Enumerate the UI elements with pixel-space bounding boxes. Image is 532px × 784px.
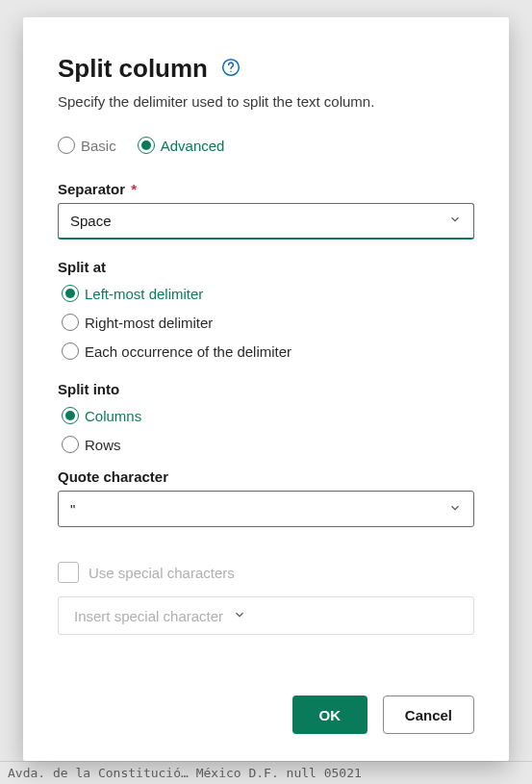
split-into-columns-label: Columns — [85, 408, 141, 424]
split-at-each-radio[interactable]: Each occurrence of the delimiter — [62, 342, 474, 360]
radio-icon — [62, 436, 79, 453]
chevron-down-icon — [448, 501, 462, 518]
svg-point-1 — [230, 70, 232, 72]
radio-icon — [62, 285, 79, 302]
separator-label: Separator * — [58, 181, 474, 197]
mode-basic-label: Basic — [81, 138, 116, 154]
quote-select[interactable]: " — [58, 491, 474, 527]
special-characters-label: Use special characters — [89, 565, 235, 581]
split-into-rows-label: Rows — [85, 437, 121, 453]
split-into-label: Split into — [58, 381, 474, 397]
background-data-row: Avda. de la Constitució… México D.F. nul… — [0, 761, 532, 784]
split-into-columns-radio[interactable]: Columns — [62, 407, 474, 424]
separator-select[interactable]: Space — [58, 203, 474, 240]
split-into-rows-radio[interactable]: Rows — [62, 436, 474, 453]
quote-value: " — [70, 501, 75, 518]
split-at-radio-group: Left-most delimiter Right-most delimiter… — [58, 285, 474, 360]
split-at-right-label: Right-most delimiter — [85, 315, 213, 331]
split-at-left-radio[interactable]: Left-most delimiter — [62, 285, 474, 302]
split-at-label: Split at — [58, 259, 474, 275]
special-characters-checkbox[interactable] — [58, 562, 79, 583]
dialog-button-row: OK Cancel — [58, 695, 474, 734]
chevron-down-icon — [448, 213, 462, 229]
quote-field: Quote character " — [58, 468, 474, 527]
separator-field: Separator * Space — [58, 181, 474, 240]
radio-icon — [62, 342, 79, 360]
separator-value: Space — [70, 213, 112, 229]
ok-button[interactable]: OK — [292, 695, 367, 734]
chevron-down-icon — [233, 608, 246, 624]
help-icon[interactable] — [221, 58, 241, 81]
mode-radio-group: Basic Advanced — [58, 137, 474, 154]
split-into-radio-group: Columns Rows — [58, 407, 474, 453]
mode-advanced-label: Advanced — [161, 138, 225, 154]
split-column-dialog: Split column Specify the delimiter used … — [23, 17, 509, 761]
radio-icon — [138, 137, 155, 154]
dialog-title: Split column — [58, 54, 208, 84]
dialog-header: Split column — [58, 54, 474, 84]
insert-special-label: Insert special character — [74, 608, 223, 624]
split-at-left-label: Left-most delimiter — [85, 286, 203, 302]
split-at-right-radio[interactable]: Right-most delimiter — [62, 314, 474, 331]
radio-icon — [62, 314, 79, 331]
special-characters-checkbox-row: Use special characters — [58, 562, 474, 583]
dialog-subtitle: Specify the delimiter used to split the … — [58, 93, 474, 110]
insert-special-character-button: Insert special character — [58, 596, 474, 635]
mode-advanced-radio[interactable]: Advanced — [138, 137, 225, 154]
cancel-button[interactable]: Cancel — [383, 695, 474, 734]
radio-icon — [62, 407, 79, 424]
radio-icon — [58, 137, 75, 154]
split-at-each-label: Each occurrence of the delimiter — [85, 343, 291, 360]
quote-label: Quote character — [58, 468, 474, 485]
required-indicator: * — [131, 181, 137, 197]
mode-basic-radio[interactable]: Basic — [58, 137, 116, 154]
